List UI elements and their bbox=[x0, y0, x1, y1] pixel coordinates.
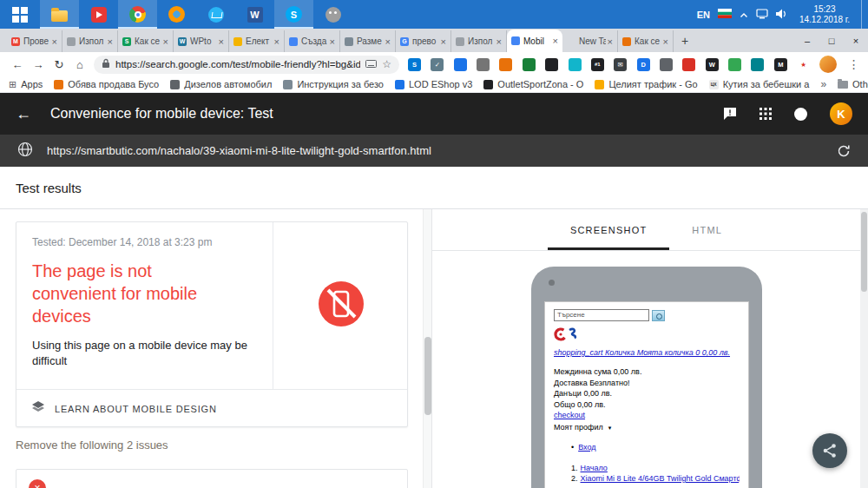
bookmark-item[interactable]: Дизелов автомобил bbox=[170, 79, 272, 89]
extension-icon[interactable]: M bbox=[774, 58, 787, 71]
taskbar-file-explorer[interactable] bbox=[40, 0, 79, 29]
preview-scrollbar-thumb[interactable] bbox=[861, 212, 867, 292]
tab-close-icon[interactable]: × bbox=[108, 37, 113, 46]
extension-icon[interactable] bbox=[477, 58, 490, 71]
tab-close-icon[interactable]: × bbox=[219, 37, 224, 46]
new-tab-button[interactable]: + bbox=[674, 34, 696, 48]
language-indicator[interactable]: EN bbox=[697, 10, 710, 20]
taskbar-word[interactable]: W bbox=[235, 0, 274, 29]
taskbar-date: 14.12.2018 г. bbox=[799, 15, 850, 25]
flag-icon[interactable] bbox=[718, 9, 732, 20]
tab-close-icon[interactable]: × bbox=[274, 37, 279, 46]
taskbar-gimp[interactable] bbox=[313, 0, 352, 29]
extension-icon[interactable]: #1 bbox=[591, 58, 604, 71]
other-bookmarks[interactable]: Other bookmarks bbox=[838, 79, 868, 89]
bookmark-item[interactable]: LOD EShop v3 bbox=[395, 79, 472, 89]
bookmark-item[interactable]: Целият трафик - Go bbox=[595, 79, 697, 89]
results-scrollbar-thumb[interactable] bbox=[424, 337, 431, 415]
tab-close-icon[interactable]: × bbox=[385, 37, 391, 46]
tab-close-icon[interactable]: × bbox=[441, 37, 446, 46]
extension-icon[interactable] bbox=[454, 58, 467, 71]
bookmark-item[interactable]: Инструкция за безо bbox=[283, 79, 384, 89]
extension-icon[interactable] bbox=[569, 58, 582, 71]
show-desktop-strip[interactable] bbox=[861, 0, 866, 29]
taskbar-media-app[interactable] bbox=[79, 0, 118, 29]
learn-about-mobile-design-link[interactable]: LEARN ABOUT MOBILE DESIGN bbox=[16, 389, 407, 427]
bookmark-item[interactable]: ЦХКутия за бебешки а bbox=[709, 79, 810, 89]
extension-icon[interactable] bbox=[523, 58, 536, 71]
extension-icon[interactable]: W bbox=[706, 58, 719, 71]
taskbar-chrome[interactable] bbox=[118, 0, 157, 29]
browser-tab[interactable]: Разме× bbox=[340, 30, 396, 52]
browser-tab[interactable]: WWPto× bbox=[174, 30, 229, 52]
extension-icon[interactable] bbox=[751, 58, 764, 71]
tab-close-icon[interactable]: × bbox=[496, 37, 502, 46]
reload-icon[interactable]: ↻ bbox=[49, 58, 69, 71]
back-arrow-icon[interactable]: ← bbox=[16, 105, 31, 123]
network-icon[interactable] bbox=[756, 9, 768, 21]
extension-icon[interactable]: ✉ bbox=[614, 58, 627, 71]
phone-mockup: Търсене shopping_cart Количка Моята коли… bbox=[531, 267, 762, 488]
tab-close-icon[interactable]: × bbox=[330, 37, 335, 46]
home-icon[interactable]: ⌂ bbox=[69, 58, 90, 71]
user-avatar[interactable]: K bbox=[830, 102, 852, 125]
tab-close-icon[interactable]: × bbox=[608, 37, 613, 46]
omnibox[interactable]: https://search.google.com/test/mobile-fr… bbox=[94, 56, 399, 74]
breadcrumb-number: 2. bbox=[571, 474, 578, 483]
extension-icon[interactable] bbox=[660, 58, 673, 71]
feedback-icon[interactable] bbox=[723, 107, 737, 121]
maximize-button[interactable]: □ bbox=[819, 36, 844, 46]
share-button[interactable] bbox=[812, 433, 847, 468]
extension-icon[interactable]: ✓ bbox=[431, 58, 444, 71]
back-icon[interactable]: ← bbox=[7, 58, 28, 71]
account-icon[interactable] bbox=[794, 108, 807, 121]
tray-chevron-up-icon[interactable] bbox=[740, 10, 748, 20]
browser-tab[interactable]: Gпрево× bbox=[396, 30, 451, 52]
extension-icon[interactable] bbox=[545, 58, 558, 71]
tab-close-icon[interactable]: × bbox=[553, 36, 558, 45]
tab-html[interactable]: HTML bbox=[669, 209, 745, 250]
window-close-button[interactable]: × bbox=[844, 36, 868, 46]
rerun-test-icon[interactable] bbox=[837, 144, 851, 158]
browser-tab[interactable]: MПрове× bbox=[7, 30, 62, 52]
extension-icon[interactable] bbox=[682, 58, 695, 71]
browser-tab[interactable]: Елект× bbox=[229, 30, 285, 52]
extension-icon[interactable]: S bbox=[408, 58, 421, 71]
apps-shortcut[interactable]: ⊞Apps bbox=[9, 79, 43, 90]
forward-icon[interactable]: → bbox=[28, 58, 49, 71]
keyboard-icon[interactable] bbox=[365, 59, 377, 69]
volume-icon[interactable] bbox=[776, 9, 788, 21]
tab-screenshot[interactable]: SCREENSHOT bbox=[548, 209, 669, 250]
taskbar-mail[interactable] bbox=[196, 0, 235, 29]
extension-icon[interactable]: D bbox=[637, 58, 650, 71]
extension-icon[interactable]: ★ bbox=[797, 58, 810, 71]
browser-menu-icon[interactable]: ⋮ bbox=[847, 57, 861, 71]
taskbar-clock[interactable]: 15:23 14.12.2018 г. bbox=[796, 4, 853, 25]
tab-close-icon[interactable]: × bbox=[663, 37, 668, 46]
app-header: ← Convenience for mobile device: Test K bbox=[0, 93, 868, 135]
minimize-button[interactable]: – bbox=[795, 36, 819, 46]
bookmark-star-icon[interactable]: ☆ bbox=[382, 58, 391, 70]
tab-close-icon[interactable]: × bbox=[52, 37, 57, 46]
apps-grid-icon[interactable] bbox=[760, 108, 772, 120]
browser-tab-active[interactable]: Mobil× bbox=[507, 30, 562, 52]
browser-tab[interactable]: Изпол× bbox=[62, 30, 118, 52]
browser-tab[interactable]: Как се× bbox=[618, 30, 674, 52]
taskbar-firefox[interactable] bbox=[157, 0, 196, 29]
extension-icon[interactable] bbox=[728, 58, 741, 71]
tab-close-icon[interactable]: × bbox=[163, 37, 168, 46]
bookmark-item[interactable]: Обява продава Бусо bbox=[54, 79, 159, 89]
browser-tab[interactable]: SКак се× bbox=[118, 30, 174, 52]
browser-tab[interactable]: New Tab× bbox=[562, 30, 618, 52]
preview-scrollbar[interactable] bbox=[860, 209, 868, 488]
bookmarks-overflow-icon[interactable]: » bbox=[820, 78, 826, 90]
start-button[interactable] bbox=[0, 0, 40, 29]
results-scrollbar[interactable] bbox=[423, 209, 431, 488]
profile-avatar[interactable] bbox=[819, 56, 837, 73]
browser-tab[interactable]: Изпол× bbox=[451, 30, 507, 52]
mail-icon bbox=[208, 7, 224, 23]
browser-tab[interactable]: Създа× bbox=[285, 30, 340, 52]
taskbar-skype[interactable]: S bbox=[274, 0, 313, 29]
extension-icon[interactable] bbox=[499, 58, 512, 71]
bookmark-item[interactable]: OutletSportZona - O bbox=[483, 79, 583, 89]
